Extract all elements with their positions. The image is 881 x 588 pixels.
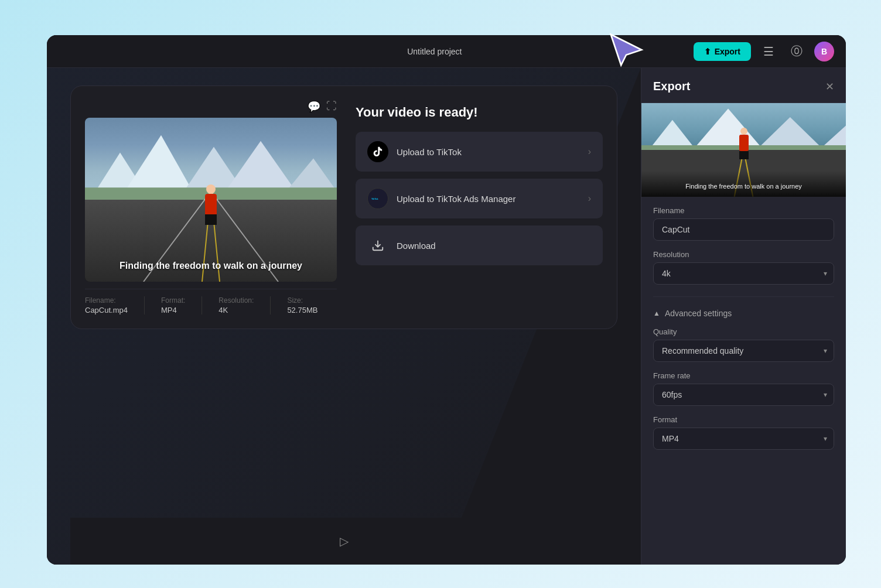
resolution-select[interactable]: 4k 2K 1080p 720p	[653, 262, 834, 285]
export-form: Filename Resolution 4k 2K 1080p 720p ▾	[641, 197, 846, 459]
download-icon	[367, 235, 388, 256]
advanced-settings-toggle[interactable]: ▲ Advanced settings	[653, 309, 834, 318]
tiktok-ads-label: Upload to TikTok Ads Manager	[397, 194, 580, 204]
timeline-play-button[interactable]: ▷	[340, 534, 349, 548]
export-sidebar: Export ✕	[641, 68, 846, 565]
timeline-area: ▷	[70, 518, 617, 565]
meta-size: Size: 52.75MB	[287, 296, 317, 314]
download-label: Download	[397, 241, 591, 251]
editor-area: 💬 ⛶	[47, 68, 641, 565]
export-header: Export ✕	[641, 68, 846, 103]
thumbnail-caption: Finding the freedom to walk on a journey	[641, 171, 846, 197]
avatar-button[interactable]: B	[814, 42, 834, 61]
framerate-group: Frame rate 60fps 30fps 24fps ▾	[653, 371, 834, 406]
format-group: Format MP4 MOV AVI ▾	[653, 415, 834, 450]
format-label: Format:	[161, 296, 185, 305]
export-up-icon: ⬆	[704, 47, 711, 56]
framerate-form-label: Frame rate	[653, 371, 834, 380]
resolution-label: Resolution:	[218, 296, 254, 305]
format-form-label: Format	[653, 415, 834, 424]
video-player-section: 💬 ⛶	[85, 100, 337, 314]
player-top-icons: 💬 ⛶	[85, 100, 337, 113]
resolution-form-label: Resolution	[653, 250, 834, 259]
walking-figure	[202, 184, 220, 220]
app-window: Untitled project ⬆ Export ☰ ⓪ B	[47, 35, 846, 565]
resolution-select-wrapper: 4k 2K 1080p 720p ▾	[653, 262, 834, 285]
video-bg: Finding the freedom to walk on a journey	[85, 118, 337, 282]
filename-label: Filename:	[85, 296, 128, 305]
top-bar-actions: ⬆ Export ☰ ⓪ B	[694, 41, 834, 62]
tiktok-ads-icon: TikTok	[367, 188, 388, 209]
svg-text:TikTok: TikTok	[371, 198, 378, 200]
download-button[interactable]: Download	[356, 225, 603, 265]
export-label: Export	[715, 47, 740, 56]
format-select[interactable]: MP4 MOV AVI	[653, 428, 834, 450]
tiktok-ads-arrow-icon: ›	[588, 193, 591, 204]
avatar-label: B	[821, 47, 827, 56]
meta-filename: Filename: CapCut.mp4	[85, 296, 128, 314]
help-button[interactable]: ⓪	[786, 41, 807, 62]
export-panel-title: Export	[653, 80, 690, 93]
filename-value: CapCut.mp4	[85, 306, 128, 314]
video-caption: Finding the freedom to walk on a journey	[85, 261, 337, 271]
tiktok-upload-button[interactable]: Upload to TikTok ›	[356, 132, 603, 172]
preview-thumbnail: Finding the freedom to walk on a journey	[641, 103, 846, 197]
framerate-select[interactable]: 60fps 30fps 24fps	[653, 384, 834, 406]
advanced-toggle-label: Advanced settings	[665, 309, 732, 318]
meta-divider-1	[144, 296, 145, 314]
section-divider-1	[653, 296, 834, 297]
filename-group: Filename	[653, 206, 834, 241]
advanced-toggle-arrow-icon: ▲	[653, 309, 660, 317]
stacks-button[interactable]: ☰	[758, 41, 779, 62]
tiktok-label: Upload to TikTok	[397, 147, 580, 157]
main-content: 💬 ⛶	[47, 68, 846, 565]
top-bar: Untitled project ⬆ Export ☰ ⓪ B	[47, 35, 846, 68]
close-button[interactable]: ✕	[825, 80, 834, 93]
stacks-icon: ☰	[763, 45, 774, 59]
video-meta: Filename: CapCut.mp4 Format: MP4 Resolut…	[85, 289, 337, 314]
thumb-figure	[739, 128, 749, 159]
quality-select-wrapper: Recommended quality High quality Balance…	[653, 340, 834, 362]
resolution-value: 4K	[218, 306, 254, 314]
fullscreen-icon[interactable]: ⛶	[326, 100, 337, 113]
size-value: 52.75MB	[287, 306, 317, 314]
meta-format: Format: MP4	[161, 296, 185, 314]
meta-resolution: Resolution: 4K	[218, 296, 254, 314]
project-title: Untitled project	[407, 47, 462, 56]
quality-group: Quality Recommended quality High quality…	[653, 327, 834, 362]
tiktok-ads-button[interactable]: TikTok Upload to TikTok Ads Manager ›	[356, 179, 603, 218]
export-button[interactable]: ⬆ Export	[694, 42, 751, 61]
share-title: Your video is ready!	[356, 105, 603, 120]
resolution-group: Resolution 4k 2K 1080p 720p ▾	[653, 250, 834, 285]
quality-select[interactable]: Recommended quality High quality Balance…	[653, 340, 834, 362]
meta-divider-3	[270, 296, 271, 314]
tiktok-arrow-icon: ›	[588, 146, 591, 157]
format-select-wrapper: MP4 MOV AVI ▾	[653, 428, 834, 450]
comment-icon[interactable]: 💬	[308, 100, 320, 113]
filename-form-label: Filename	[653, 206, 834, 215]
format-value: MP4	[161, 306, 185, 314]
video-dialog: 💬 ⛶	[70, 86, 617, 329]
tiktok-icon	[367, 141, 388, 162]
size-label: Size:	[287, 296, 317, 305]
filename-input[interactable]	[653, 218, 834, 241]
video-preview: Finding the freedom to walk on a journey…	[85, 118, 337, 282]
quality-form-label: Quality	[653, 327, 834, 336]
help-icon: ⓪	[791, 43, 803, 59]
meta-divider-2	[202, 296, 202, 314]
share-section: Your video is ready! Upload to TikTok ›	[356, 100, 603, 314]
framerate-select-wrapper: 60fps 30fps 24fps ▾	[653, 384, 834, 406]
